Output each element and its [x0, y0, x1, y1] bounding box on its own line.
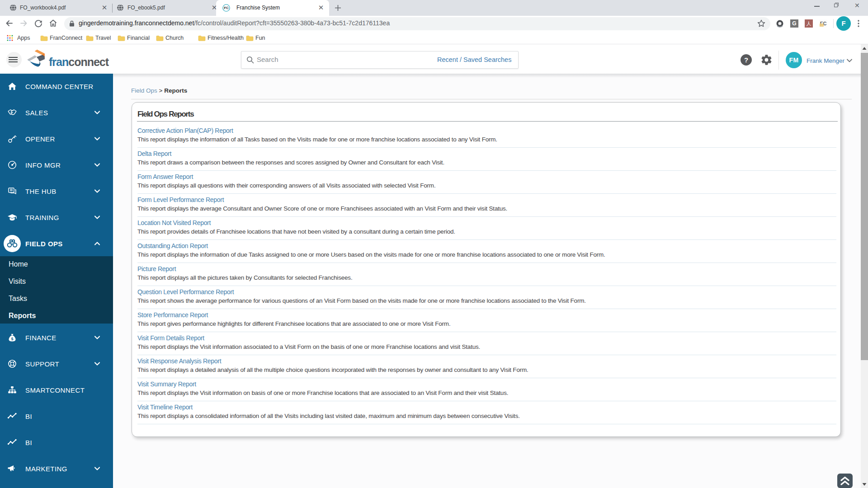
svg-text:$: $	[11, 337, 13, 341]
svg-text:FC: FC	[224, 6, 229, 10]
